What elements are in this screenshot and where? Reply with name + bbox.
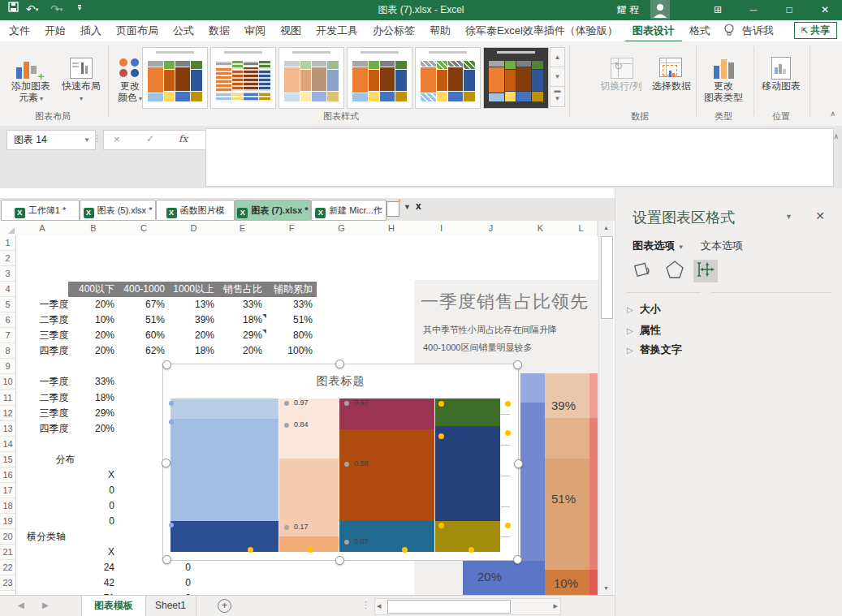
row-header-15[interactable]: 15: [0, 452, 16, 467]
vertical-scrollbar[interactable]: ▲ ▼: [598, 221, 613, 595]
cell-C7[interactable]: 60%: [119, 328, 165, 343]
tell-me[interactable]: 告诉我: [742, 24, 774, 38]
selection-handle[interactable]: [513, 360, 522, 369]
selection-handle[interactable]: [335, 556, 344, 565]
ribbon-tab-数据[interactable]: 数据: [201, 20, 237, 41]
cell-B4[interactable]: 400以下: [68, 282, 114, 297]
chart-segment-四季度-2[interactable]: [435, 426, 500, 521]
sheet-tab-Sheet1[interactable]: Sheet1: [145, 596, 196, 616]
ribbon-tab-开发工具[interactable]: 开发工具: [309, 20, 365, 41]
row-header-5[interactable]: 5: [0, 297, 16, 312]
cell-C8[interactable]: 62%: [119, 343, 165, 359]
sheet-nav-left-icon[interactable]: ◀: [18, 601, 24, 610]
ribbon-tab-审阅[interactable]: 审阅: [237, 20, 273, 41]
cell-D22[interactable]: 0: [119, 560, 191, 575]
scroll-up-icon[interactable]: ▲: [599, 221, 613, 235]
column-header-E[interactable]: E: [218, 221, 267, 236]
row-header-7[interactable]: 7: [0, 328, 16, 343]
cell-B21[interactable]: X: [68, 545, 114, 560]
ribbon-tab-文件[interactable]: 文件: [2, 20, 37, 41]
maximize-button[interactable]: □: [775, 0, 803, 20]
chart-segment-二季度-1[interactable]: [279, 398, 338, 459]
hscroll-right-icon[interactable]: ▶: [554, 603, 558, 610]
column-header-C[interactable]: C: [119, 221, 170, 236]
cell-B23[interactable]: 42: [68, 575, 114, 591]
selection-handle[interactable]: [513, 555, 522, 564]
row-header-2[interactable]: 2: [0, 251, 16, 266]
row-header-17[interactable]: 17: [0, 483, 16, 498]
column-header-K[interactable]: K: [516, 221, 566, 236]
background-chart-subtitle-2[interactable]: 400-1000区间销量明显较多: [423, 342, 533, 354]
column-header-H[interactable]: H: [366, 221, 417, 236]
column-header-I[interactable]: I: [417, 221, 467, 236]
cell-A20[interactable]: 横分类轴: [27, 529, 119, 545]
selection-handle[interactable]: [162, 360, 171, 369]
column-header-G[interactable]: G: [317, 221, 367, 236]
chart-style-thumbnail-6[interactable]: [483, 47, 549, 109]
name-box[interactable]: 图表 14 ▼: [6, 130, 96, 150]
cell-F8[interactable]: 100%: [266, 343, 313, 359]
name-box-dropdown-icon[interactable]: ▼: [84, 131, 90, 149]
cell-E8[interactable]: 20%: [218, 343, 262, 359]
cell-E6[interactable]: 18%: [218, 312, 262, 328]
move-chart-button[interactable]: 移动图表: [758, 45, 805, 92]
cell-D8[interactable]: 18%: [169, 343, 214, 359]
avatar[interactable]: [650, 0, 670, 22]
scroll-down-icon[interactable]: ▼: [599, 581, 613, 595]
new-workbook-tab-icon[interactable]: *: [386, 201, 399, 217]
chart-segment-一季度-2[interactable]: [171, 419, 279, 522]
add-sheet-icon[interactable]: +: [218, 599, 231, 613]
ribbon-tab-办公标签[interactable]: 办公标签: [365, 20, 422, 41]
cell-B7[interactable]: 20%: [68, 328, 114, 343]
cell-B13[interactable]: 20%: [68, 421, 114, 437]
ribbon-tab-视图[interactable]: 视图: [273, 20, 309, 41]
row-header-8[interactable]: 8: [0, 343, 16, 359]
column-header-A[interactable]: A: [16, 221, 69, 236]
gallery-scroll-down-icon[interactable]: ▼: [550, 67, 565, 88]
collapse-ribbon-icon[interactable]: ∧: [830, 110, 836, 118]
column-header-F[interactable]: F: [266, 221, 317, 236]
select-data-button[interactable]: 选择数据: [648, 45, 695, 92]
ribbon-display-options-icon[interactable]: ⊞: [704, 0, 732, 20]
select-all-corner[interactable]: [0, 221, 17, 236]
chart-segment-一季度-1[interactable]: [171, 398, 279, 419]
row-header-11[interactable]: 11: [0, 390, 16, 406]
formula-input[interactable]: [205, 128, 834, 187]
chart-segment-四季度-1[interactable]: [435, 398, 500, 426]
add-chart-element-button[interactable]: ＋ 添加图表 元素 ▾: [5, 45, 57, 105]
horizontal-scrollbar[interactable]: ◀ ▶: [374, 598, 561, 615]
row-header-10[interactable]: 10: [0, 374, 16, 390]
cell-B16[interactable]: X: [68, 467, 114, 483]
selection-handle[interactable]: [514, 459, 523, 468]
chart-title[interactable]: 图表标题: [163, 374, 518, 389]
cell-B19[interactable]: 0: [68, 514, 114, 529]
cell-B6[interactable]: 10%: [68, 312, 114, 328]
cancel-icon[interactable]: ×: [114, 133, 120, 145]
ribbon-tab-页面布局[interactable]: 页面布局: [109, 20, 166, 41]
row-header-14[interactable]: 14: [0, 437, 16, 452]
sheet-nav-right-icon[interactable]: ▶: [42, 601, 49, 610]
cell-C5[interactable]: 67%: [119, 297, 165, 312]
sheet-tab-图表模板[interactable]: 图表模板: [81, 596, 146, 616]
user-name[interactable]: 耀 程: [617, 3, 639, 17]
row-header-21[interactable]: 21: [0, 545, 16, 560]
tell-me-lightbulb-icon[interactable]: [723, 23, 735, 40]
cell-E4[interactable]: 销售占比: [218, 282, 262, 297]
row-header-18[interactable]: 18: [0, 498, 16, 514]
chart-style-thumbnail-3[interactable]: [279, 47, 344, 109]
ribbon-tab-开始[interactable]: 开始: [37, 20, 73, 41]
cell-B17[interactable]: 0: [68, 483, 114, 498]
cell-E7[interactable]: 29%: [218, 328, 262, 343]
cell-D4[interactable]: 1000以上: [169, 282, 214, 297]
pane-section-替换文字[interactable]: ▷替换文字: [627, 342, 682, 357]
row-header-20[interactable]: 20: [0, 529, 16, 545]
cell-C4[interactable]: 400-1000: [119, 282, 165, 297]
column-header-D[interactable]: D: [169, 221, 219, 236]
pane-tab-chart-options[interactable]: 图表选项 ▼: [633, 239, 684, 253]
column-header-L[interactable]: L: [565, 221, 598, 236]
pane-close-icon[interactable]: ✕: [815, 209, 825, 222]
cell-B10[interactable]: 33%: [68, 374, 114, 390]
background-chart-title[interactable]: 一季度销售占比领先: [421, 290, 598, 314]
chart-style-thumbnail-2[interactable]: [210, 47, 276, 109]
cell-B11[interactable]: 18%: [68, 390, 114, 406]
